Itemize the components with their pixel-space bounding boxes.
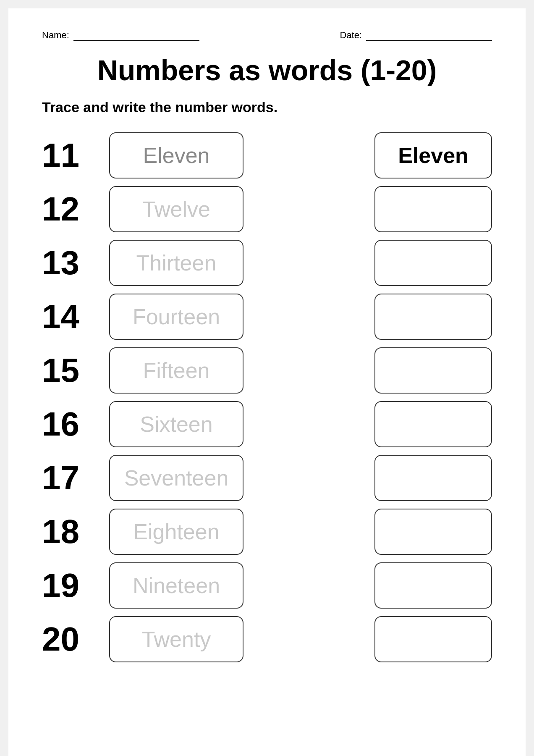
number-digit: 15 [42, 354, 92, 387]
trace-text: Eighteen [133, 519, 219, 544]
trace-text: Seventeen [124, 465, 229, 491]
number-digit: 17 [42, 461, 92, 495]
name-input-line[interactable] [73, 29, 199, 41]
trace-box[interactable]: Eleven [109, 132, 243, 178]
trace-text: Nineteen [133, 573, 220, 598]
trace-text: Sixteen [140, 412, 212, 437]
date-label: Date: [340, 30, 362, 41]
write-box[interactable] [374, 455, 492, 501]
trace-text: Eleven [143, 143, 210, 168]
trace-text: Thirteen [136, 250, 217, 276]
number-row: 12Twelve [42, 186, 492, 232]
number-row: 18Eighteen [42, 509, 492, 555]
number-row: 15Fifteen [42, 347, 492, 394]
trace-box[interactable]: Eighteen [109, 509, 243, 555]
date-field-group: Date: [340, 29, 492, 41]
trace-text: Twelve [142, 197, 210, 222]
trace-box[interactable]: Sixteen [109, 401, 243, 447]
trace-box[interactable]: Nineteen [109, 562, 243, 609]
trace-box[interactable]: Fourteen [109, 294, 243, 340]
number-digit: 14 [42, 300, 92, 333]
write-box[interactable] [374, 347, 492, 394]
trace-text: Twenty [142, 627, 211, 652]
header-fields: Name: Date: [42, 29, 492, 41]
number-digit: 20 [42, 622, 92, 656]
worksheet-page: Name: Date: Numbers as words (1-20) Trac… [8, 8, 526, 756]
number-digit: 11 [42, 139, 92, 172]
answer-text: Eleven [398, 143, 469, 168]
number-row: 11ElevenEleven [42, 132, 492, 178]
trace-box[interactable]: Twelve [109, 186, 243, 232]
number-row: 20Twenty [42, 616, 492, 662]
write-box[interactable] [374, 616, 492, 662]
write-box[interactable] [374, 562, 492, 609]
page-title: Numbers as words (1-20) [42, 54, 492, 87]
write-box[interactable] [374, 186, 492, 232]
write-box[interactable] [374, 401, 492, 447]
date-input-line[interactable] [366, 29, 492, 41]
trace-box[interactable]: Thirteen [109, 240, 243, 286]
write-box[interactable] [374, 240, 492, 286]
subtitle: Trace and write the number words. [42, 99, 492, 116]
number-digit: 19 [42, 569, 92, 602]
trace-box[interactable]: Twenty [109, 616, 243, 662]
number-digit: 13 [42, 246, 92, 280]
number-digit: 12 [42, 192, 92, 226]
trace-text: Fourteen [133, 304, 220, 329]
write-box[interactable]: Eleven [374, 132, 492, 178]
name-label: Name: [42, 30, 69, 41]
name-field-group: Name: [42, 29, 199, 41]
number-row: 13Thirteen [42, 240, 492, 286]
number-digit: 18 [42, 515, 92, 549]
number-digit: 16 [42, 407, 92, 441]
number-row: 16Sixteen [42, 401, 492, 447]
trace-box[interactable]: Fifteen [109, 347, 243, 394]
write-box[interactable] [374, 294, 492, 340]
trace-text: Fifteen [143, 358, 210, 383]
number-row: 19Nineteen [42, 562, 492, 609]
number-row: 14Fourteen [42, 294, 492, 340]
number-row: 17Seventeen [42, 455, 492, 501]
number-rows-container: 11ElevenEleven12Twelve13Thirteen14Fourte… [42, 132, 492, 662]
trace-box[interactable]: Seventeen [109, 455, 243, 501]
write-box[interactable] [374, 509, 492, 555]
